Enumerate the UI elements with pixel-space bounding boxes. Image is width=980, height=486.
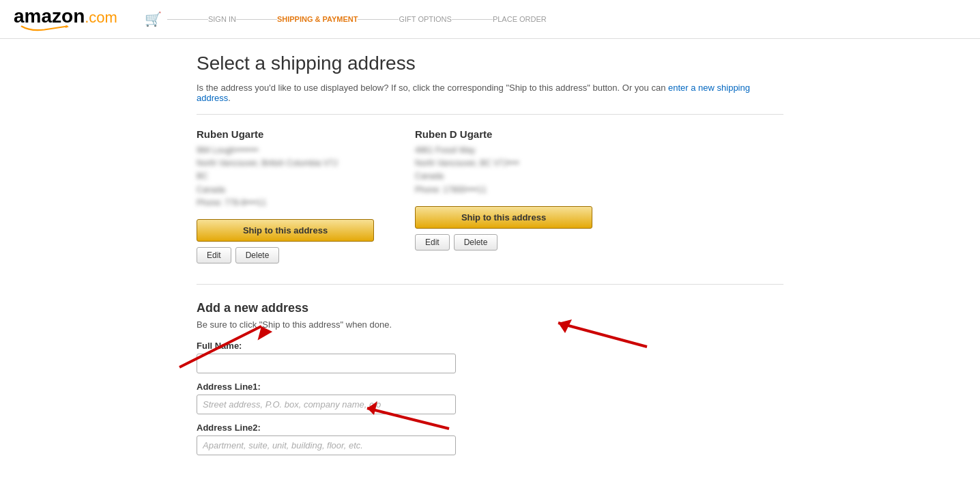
header: amazon.com 🛒 SIGN IN SHIPPING & PAYMENT … [0,0,980,39]
address-line2-group: Address Line2: [197,423,783,455]
edit-address-2-button[interactable]: Edit [415,234,450,251]
svg-marker-0 [66,25,69,28]
address-2-line2: North Vancouver, BC V7J•••• [415,157,592,170]
address-2-phone: Phone: 17800••••11 [415,184,592,197]
cart-icon: 🛒 [145,11,162,27]
logo-text: amazon.com [14,7,117,26]
ship-address-1-button[interactable]: Ship to this address [197,219,374,242]
page-subtitle: Is the address you'd like to use display… [197,83,783,103]
address-line1-input[interactable] [197,395,456,414]
step-place-order[interactable]: PLACE ORDER [493,15,547,23]
full-name-input[interactable] [197,354,456,373]
address-1-line3: BC [197,170,374,183]
delete-address-2-button[interactable]: Delete [454,234,498,251]
address-2-line1: 4861 Fossil Way [415,144,592,157]
address-1-name: Ruben Ugarte [197,128,374,140]
full-name-label: Full Name: [197,341,783,351]
address-card-2: Ruben D Ugarte 4861 Fossil Way North Van… [415,128,592,263]
address-1-actions: Edit Delete [197,247,374,263]
add-address-section: Add a new address Be sure to click "Ship… [197,284,783,455]
address-2-actions: Edit Delete [415,234,592,251]
address-2-line3: Canada [415,170,592,183]
main-content: Select a shipping address Is the address… [183,39,797,477]
page-title: Select a shipping address [197,53,783,74]
address-line1-group: Address Line1: [197,382,783,414]
amazon-smile-icon [14,25,75,31]
address-line2-input[interactable] [197,435,456,455]
address-1-phone: Phone: 778-8••••11 [197,197,374,210]
address-1-line1: 984 Lough•••••••• [197,144,374,157]
amazon-logo[interactable]: amazon.com [14,7,117,31]
edit-address-1-button[interactable]: Edit [197,247,231,263]
add-address-title: Add a new address [197,301,783,315]
step-gift-options[interactable]: GIFT OPTIONS [399,15,451,23]
address-1-line4: Canada [197,184,374,197]
delete-address-1-button[interactable]: Delete [235,247,280,263]
address-line1-label: Address Line1: [197,382,783,392]
full-name-group: Full Name: [197,341,783,373]
address-line2-label: Address Line2: [197,423,783,433]
address-2-name: Ruben D Ugarte [415,128,592,140]
address-section: Ruben Ugarte 984 Lough•••••••• North Van… [197,128,783,263]
step-shipping-payment[interactable]: SHIPPING & PAYMENT [277,15,358,23]
address-cards: Ruben Ugarte 984 Lough•••••••• North Van… [197,128,783,263]
divider [197,114,783,115]
address-card-1: Ruben Ugarte 984 Lough•••••••• North Van… [197,128,374,263]
checkout-steps: 🛒 SIGN IN SHIPPING & PAYMENT GIFT OPTION… [145,11,966,27]
add-address-subtitle: Be sure to click "Ship to this address" … [197,319,783,330]
address-1-line2: North Vancouver, British Columbia V7J [197,157,374,170]
ship-address-2-button[interactable]: Ship to this address [415,206,592,229]
step-sign-in[interactable]: SIGN IN [208,15,236,23]
